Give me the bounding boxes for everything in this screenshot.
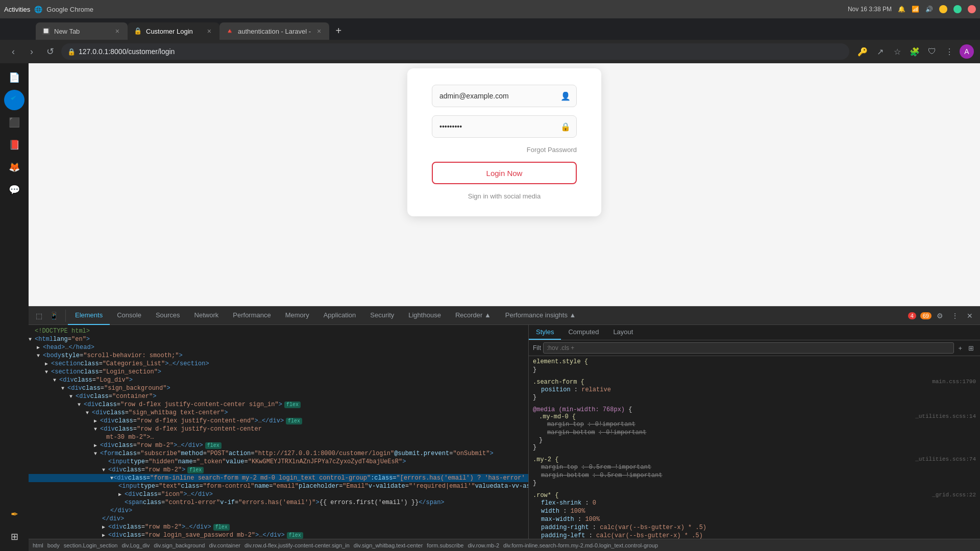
styles-filter-input[interactable]: [543, 342, 954, 354]
html-line-body[interactable]: <body style="scroll-behavior: smooth;" >: [29, 352, 528, 360]
html-line-form[interactable]: <form class="subscribe" method="POST" ac…: [29, 449, 528, 458]
styles-tab-layout[interactable]: Layout: [606, 325, 640, 340]
bookmark-icon[interactable]: ☆: [890, 44, 904, 59]
inspect-element-button[interactable]: ⬚: [33, 310, 45, 322]
triangle-row-flex[interactable]: [78, 402, 84, 408]
html-line-row-mb2[interactable]: <div class="row mb-2" >…</div> flex: [29, 441, 528, 449]
sidebar-icon-terminal[interactable]: ⬛: [4, 112, 24, 133]
activities-label[interactable]: Activities: [4, 6, 30, 13]
reload-button[interactable]: ↺: [43, 44, 57, 59]
triangle-whitbag[interactable]: [86, 410, 92, 416]
breadcrumb-html[interactable]: html: [33, 542, 43, 548]
html-line-input-email[interactable]: <input type="text" class="form-control" …: [29, 482, 528, 490]
html-line-row-save[interactable]: <div class="row login_save_password mb-2…: [29, 531, 528, 539]
html-line-doctype[interactable]: <!DOCTYPE html>: [29, 327, 528, 335]
tab-new-tab[interactable]: 🔲 New Tab ×: [36, 22, 128, 40]
devtools-more-button[interactable]: ⋮: [948, 310, 962, 322]
html-line-log-div[interactable]: <div class="Log_div" >: [29, 376, 528, 384]
profile-icon[interactable]: A: [960, 44, 974, 59]
password-manager-icon[interactable]: 🔑: [855, 44, 870, 59]
breadcrumb-form-inline[interactable]: div.form-inline.search-form.my-2.md-0.lo…: [503, 542, 658, 548]
device-toolbar-button[interactable]: 📱: [46, 310, 61, 322]
add-style-button[interactable]: +: [956, 343, 964, 353]
styles-tab-styles[interactable]: Styles: [529, 325, 561, 340]
breadcrumb-section-login[interactable]: section.Login_section: [64, 542, 118, 548]
html-line-close-div2[interactable]: </div>: [29, 515, 528, 523]
tab-recorder[interactable]: Recorder ▲: [448, 307, 498, 325]
triangle-icon-div[interactable]: [118, 491, 125, 497]
tab-elements[interactable]: Elements: [68, 307, 110, 325]
tab-network[interactable]: Network: [187, 307, 226, 325]
triangle-row-center[interactable]: [94, 427, 100, 432]
triangle-form[interactable]: [94, 451, 100, 457]
login-now-button[interactable]: Login Now: [432, 162, 577, 184]
sidebar-icon-files[interactable]: 📄: [4, 67, 24, 88]
html-line-close-div1[interactable]: </div>: [29, 507, 528, 515]
back-button[interactable]: ‹: [6, 44, 20, 59]
html-line-row-center[interactable]: <div class="row d-flex justify-content-c…: [29, 425, 528, 433]
html-line-row-mb2-2[interactable]: <div class="row mb-2" >…</div> flex: [29, 523, 528, 531]
triangle-head[interactable]: [37, 344, 43, 350]
breadcrumb-row-signin[interactable]: div.row.d-flex.justify-content-center.si…: [244, 542, 350, 548]
tab-performance[interactable]: Performance: [226, 307, 278, 325]
minimize-button[interactable]: [939, 5, 947, 13]
share-icon[interactable]: ↗: [873, 44, 887, 59]
tab-console[interactable]: Console: [110, 307, 149, 325]
triangle-row-form[interactable]: [102, 467, 108, 473]
devtools-settings-button[interactable]: ⚙: [934, 310, 946, 322]
tab-application[interactable]: Application: [316, 307, 363, 325]
tab-close-login[interactable]: ×: [205, 26, 213, 36]
triangle-html[interactable]: [29, 337, 35, 342]
devtools-ext-icon[interactable]: 🛡: [925, 44, 939, 59]
triangle-row-save[interactable]: [102, 532, 108, 538]
triangle-sign-bg[interactable]: [61, 386, 67, 391]
sidebar-icon-chat[interactable]: 💬: [4, 180, 24, 200]
html-line-span-error[interactable]: <span class="control-error" v-if="errors…: [29, 498, 528, 507]
html-line-sign-bg[interactable]: <div class="sign_background" >: [29, 384, 528, 392]
styles-tab-computed[interactable]: Computed: [561, 325, 606, 340]
html-line-token[interactable]: <input type="hidden" name="_token" value…: [29, 458, 528, 466]
triangle-categories[interactable]: [45, 361, 51, 367]
tab-memory[interactable]: Memory: [278, 307, 316, 325]
breadcrumb-sign-whitbag[interactable]: div.sign_whitbag.text-center: [354, 542, 423, 548]
html-line-container[interactable]: <div class="container" >: [29, 392, 528, 400]
email-input[interactable]: [432, 85, 577, 107]
breadcrumb-body[interactable]: body: [47, 542, 60, 548]
breadcrumb-container[interactable]: div.container: [209, 542, 240, 548]
sidebar-icon-pdf[interactable]: 📕: [4, 135, 24, 155]
address-bar[interactable]: 🔒 127.0.0.1:8000/customer/login: [61, 43, 849, 60]
tab-performance-insights[interactable]: Performance insights ▲: [498, 307, 583, 325]
sidebar-icon-inkscape[interactable]: ✒: [4, 504, 24, 524]
html-line-section-login[interactable]: <section class="Login_section" >: [29, 368, 528, 376]
forward-button[interactable]: ›: [24, 44, 39, 59]
close-button[interactable]: [968, 5, 976, 13]
triangle-login-section[interactable]: [45, 369, 51, 375]
breadcrumb-log-div[interactable]: div.Log_div: [121, 542, 150, 548]
tab-sources[interactable]: Sources: [149, 307, 187, 325]
triangle-container[interactable]: [69, 394, 76, 399]
html-line-icon-div[interactable]: <div class="icon" >…</div>: [29, 490, 528, 498]
tab-customer-login[interactable]: 🔒 Customer Login ×: [128, 22, 219, 40]
triangle-body[interactable]: [37, 353, 43, 359]
new-tab-button[interactable]: +: [331, 23, 346, 38]
triangle-row-end[interactable]: [94, 418, 100, 424]
devtools-close-button[interactable]: ✕: [964, 310, 976, 322]
toggle-properties-button[interactable]: ⊞: [966, 343, 976, 353]
tab-close-auth[interactable]: ×: [315, 26, 323, 36]
html-line-section-categories[interactable]: <section class="Categories_List" >…</sec…: [29, 360, 528, 368]
breadcrumb-form[interactable]: form.subscribe: [427, 542, 463, 548]
html-line-head[interactable]: <head>…</head>: [29, 343, 528, 352]
sidebar-icon-firefox[interactable]: 🦊: [4, 157, 24, 178]
sidebar-icon-vscode[interactable]: [4, 90, 24, 110]
breadcrumb-sign-bg[interactable]: div.sign_background: [154, 542, 205, 548]
html-line-html[interactable]: <html lang="en" >: [29, 335, 528, 343]
password-input[interactable]: [432, 115, 577, 138]
tab-authentication[interactable]: 🔺 authentication - Laravel - ×: [219, 22, 329, 40]
tab-lighthouse[interactable]: Lighthouse: [401, 307, 448, 325]
triangle-log-div[interactable]: [53, 378, 59, 383]
html-line-row-end[interactable]: <div class="row d-flex justify-content-e…: [29, 417, 528, 425]
extension-icon[interactable]: 🧩: [908, 44, 922, 59]
html-line-row-flex[interactable]: <div class="row d-flex justify-content-c…: [29, 400, 528, 409]
tab-security[interactable]: Security: [363, 307, 401, 325]
html-line-row-form[interactable]: <div class="row mb-2" > flex: [29, 466, 528, 474]
